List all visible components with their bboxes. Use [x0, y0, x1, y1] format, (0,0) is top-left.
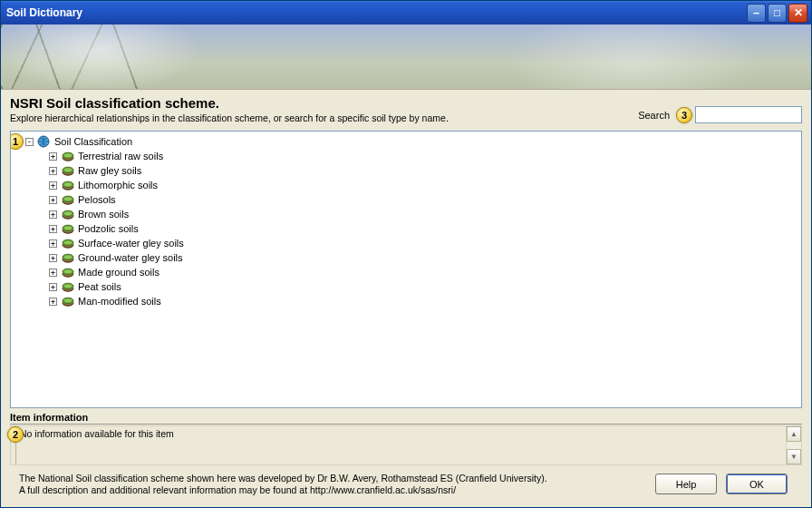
tree-node-label: Podzolic soils — [78, 223, 139, 234]
svg-point-12 — [64, 183, 72, 187]
page-title: NSRI Soil classification scheme. — [10, 95, 638, 111]
tree-root-label: Soil Classification — [54, 136, 132, 147]
callout-1: 1 — [10, 133, 24, 150]
info-scrollbar[interactable]: ▲ ▼ — [786, 426, 801, 464]
search-input[interactable] — [695, 106, 802, 123]
svg-point-8 — [64, 169, 72, 172]
soil-layer-icon — [61, 237, 75, 249]
tree-node[interactable]: +Brown soils — [49, 207, 798, 221]
tree-node[interactable]: +Peat soils — [49, 279, 798, 294]
footer-text: The National Soil classification scheme … — [19, 473, 646, 496]
svg-point-40 — [64, 285, 72, 288]
tree-node[interactable]: +Raw gley soils — [49, 163, 798, 178]
help-button[interactable]: Help — [655, 474, 717, 494]
collapse-icon[interactable]: - — [25, 138, 34, 146]
svg-point-36 — [64, 270, 72, 274]
tree-node[interactable]: +Terrestrial raw soils — [49, 149, 798, 163]
item-information-section: Item information 2 No information availa… — [10, 412, 802, 465]
expand-icon[interactable]: + — [49, 298, 57, 306]
svg-point-20 — [64, 212, 72, 216]
classification-tree[interactable]: 1 - Soil Classification +Terrestrial raw… — [10, 131, 802, 408]
svg-point-16 — [64, 198, 72, 201]
callout-3: 3 — [676, 107, 692, 123]
footer-line-2: A full description and additional releva… — [19, 484, 646, 496]
tree-node-label: Man-modified soils — [78, 296, 161, 307]
svg-point-24 — [64, 227, 72, 230]
header-row: NSRI Soil classification scheme. Explore… — [10, 95, 802, 123]
search-label: Search — [638, 110, 670, 121]
soil-layer-icon — [61, 266, 75, 278]
expand-icon[interactable]: + — [49, 167, 57, 175]
page-subtitle: Explore hierarchical relationships in th… — [10, 112, 638, 123]
titlebar: Soil Dictionary – □ ✕ — [1, 1, 811, 24]
expand-icon[interactable]: + — [49, 283, 57, 291]
item-information-heading: Item information — [10, 412, 802, 425]
soil-layer-icon — [61, 164, 75, 177]
footer-line-1: The National Soil classification scheme … — [19, 473, 646, 484]
scroll-down-icon[interactable]: ▼ — [787, 449, 801, 464]
callout-2: 2 — [7, 426, 24, 443]
item-information-text: No information available for this item — [16, 426, 786, 464]
tree-node[interactable]: +Podzolic soils — [49, 221, 798, 236]
soil-layer-icon — [61, 295, 75, 308]
svg-point-32 — [64, 256, 72, 259]
tree-node-label: Lithomorphic soils — [78, 180, 158, 190]
tree-node-label: Peat soils — [78, 281, 121, 292]
expand-icon[interactable]: + — [49, 152, 57, 161]
expand-icon[interactable]: + — [49, 254, 57, 262]
expand-icon[interactable]: + — [49, 210, 57, 219]
soil-layer-icon — [61, 208, 75, 220]
tree-node[interactable]: +Made ground soils — [49, 265, 798, 279]
ok-button[interactable]: OK — [726, 474, 788, 494]
minimize-button[interactable]: – — [747, 4, 766, 23]
tree-node-label: Brown soils — [78, 209, 129, 220]
soil-layer-icon — [61, 150, 75, 162]
tree-node[interactable]: +Ground-water gley soils — [49, 250, 798, 265]
tree-node-label: Made ground soils — [78, 267, 160, 278]
tree-node-label: Terrestrial raw soils — [78, 151, 163, 161]
content-area: NSRI Soil classification scheme. Explore… — [1, 90, 811, 507]
footer: The National Soil classification scheme … — [10, 465, 802, 507]
svg-point-4 — [64, 154, 72, 158]
svg-point-28 — [64, 241, 72, 245]
expand-icon[interactable]: + — [49, 239, 57, 248]
tree-node-label: Surface-water gley soils — [78, 238, 184, 249]
tree-node-label: Ground-water gley soils — [78, 252, 183, 263]
expand-icon[interactable]: + — [49, 196, 57, 204]
soil-layer-icon — [61, 193, 75, 206]
scroll-track[interactable] — [787, 442, 801, 449]
close-button[interactable]: ✕ — [788, 4, 807, 23]
scroll-up-icon[interactable]: ▲ — [787, 426, 801, 442]
soil-layer-icon — [61, 251, 75, 264]
expand-icon[interactable]: + — [49, 269, 57, 277]
soil-layer-icon — [61, 179, 75, 191]
window-title: Soil Dictionary — [6, 6, 745, 19]
expand-icon[interactable]: + — [49, 181, 57, 190]
tree-node[interactable]: +Surface-water gley soils — [49, 236, 798, 250]
soil-layer-icon — [61, 280, 75, 293]
tree-root-node[interactable]: - Soil Classification — [25, 135, 798, 148]
tree-node[interactable]: +Pelosols — [49, 192, 798, 207]
tree-node-label: Raw gley soils — [78, 165, 141, 176]
app-window: Soil Dictionary – □ ✕ NSRI Soil classifi… — [0, 0, 812, 508]
header-banner-image — [1, 24, 811, 90]
tree-node[interactable]: +Lithomorphic soils — [49, 178, 798, 192]
maximize-button[interactable]: □ — [768, 4, 787, 23]
tree-node-label: Pelosols — [78, 194, 116, 205]
expand-icon[interactable]: + — [49, 225, 57, 233]
globe-icon — [37, 135, 52, 148]
tree-node[interactable]: +Man-modified soils — [49, 294, 798, 308]
soil-layer-icon — [61, 222, 75, 235]
svg-point-44 — [64, 299, 72, 303]
